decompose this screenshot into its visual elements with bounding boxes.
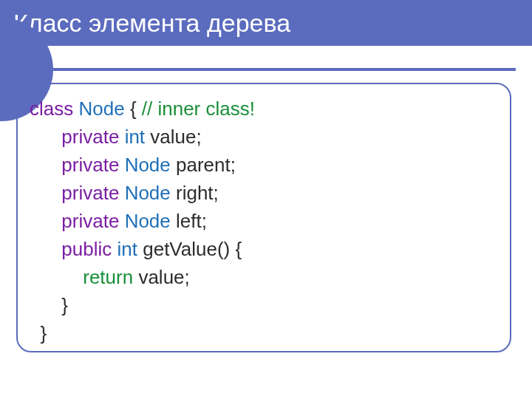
slide: Класс элемента дерева class Node { // in… [0,0,532,399]
kw-private: private [61,210,119,232]
kw-private: private [61,126,119,148]
indent [30,266,83,288]
slide-title: Класс элемента дерева [13,9,290,38]
method-getvalue: getValue() { [143,238,242,260]
ident-value: value; [150,126,201,148]
title-bar: Класс элемента дерева [0,0,532,46]
indent [30,182,61,204]
kw-public: public [61,238,112,260]
brace-open: { [130,98,137,120]
kw-class: class [30,98,73,120]
type-node: Node [125,182,171,204]
code-block: class Node { // inner class! private int… [30,95,498,347]
type-node: Node [125,154,171,176]
kw-private: private [61,182,119,204]
ident-parent: parent; [176,154,236,176]
indent [30,210,61,232]
kw-return: return [83,266,133,288]
comment: // inner class! [142,98,255,120]
ident-value: value; [138,266,189,288]
type-node: Node [125,210,171,232]
ident-left: left; [176,210,207,232]
divider-rule [46,68,516,71]
type-int: int [125,126,145,148]
indent [30,154,61,176]
brace-close: } [40,322,47,344]
indent [30,238,61,260]
brace-close: } [61,294,68,316]
type-int: int [117,238,137,260]
indent [30,294,61,316]
kw-private: private [61,154,119,176]
type-node: Node [78,98,124,120]
content-card: class Node { // inner class! private int… [16,83,511,352]
indent [30,126,61,148]
ident-right: right; [176,182,219,204]
